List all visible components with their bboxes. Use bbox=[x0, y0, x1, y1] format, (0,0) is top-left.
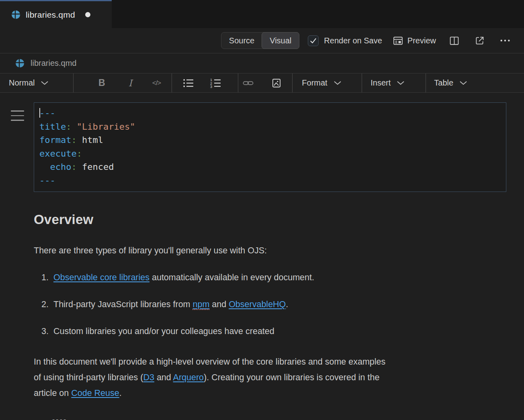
preview-label: Preview bbox=[407, 36, 436, 45]
bullet-list-button[interactable] bbox=[183, 78, 194, 88]
text-run: . bbox=[119, 388, 122, 398]
toolbar-separator bbox=[238, 73, 238, 92]
chevron-down-icon bbox=[397, 81, 405, 85]
toolbar-separator bbox=[292, 73, 293, 92]
toolbar-separator bbox=[426, 73, 426, 92]
closing-paragraph: In this document we'll provide a high-le… bbox=[34, 354, 500, 401]
list-number: 3. bbox=[41, 326, 49, 336]
text-run: ). Creating your own libraries is covere… bbox=[204, 373, 379, 382]
checkmark-icon bbox=[309, 37, 317, 45]
visual-editor-surface[interactable]: ---title: "Libraries"format: htmlexecute… bbox=[0, 93, 524, 420]
format-menu[interactable]: Format bbox=[302, 78, 352, 88]
italic-button[interactable]: I bbox=[129, 78, 132, 88]
format-menu-label: Format bbox=[302, 78, 327, 88]
numbered-list-button[interactable]: 1 2 3 bbox=[210, 78, 221, 88]
list-item: 2.Third-party JavaScript libraries from … bbox=[34, 299, 500, 310]
paragraph-style-dropdown[interactable]: Normal bbox=[9, 78, 73, 88]
doc-link[interactable]: ObservableHQ bbox=[229, 300, 286, 309]
text-run: . bbox=[286, 300, 288, 309]
code-token: echo bbox=[50, 162, 72, 172]
visual-mode-button[interactable]: Visual bbox=[262, 32, 299, 49]
visual-mode-label: Visual bbox=[270, 36, 291, 45]
ordered-list: 1.Observable core libraries automaticall… bbox=[34, 272, 500, 336]
text-run: Custom libraries you and/or your colleag… bbox=[53, 326, 274, 336]
svg-text:3: 3 bbox=[210, 85, 212, 88]
code-token: "Libraries" bbox=[77, 122, 135, 132]
code-line: execute: bbox=[39, 147, 499, 161]
text-run: automatically available in every documen… bbox=[149, 273, 314, 282]
source-visual-toggle: Source Visual bbox=[221, 32, 300, 49]
quarto-file-icon bbox=[11, 10, 20, 19]
list-number: 1. bbox=[41, 272, 49, 283]
yaml-front-matter-block[interactable]: ---title: "Libraries"format: htmlexecute… bbox=[34, 102, 506, 192]
text-run: and bbox=[209, 300, 229, 309]
code-token: format bbox=[39, 135, 71, 145]
chevron-down-icon bbox=[459, 81, 467, 85]
code-token: execute bbox=[39, 149, 77, 159]
split-editor-button[interactable] bbox=[449, 35, 460, 46]
editor-actions-bar: Source Visual Render on Save Preview bbox=[0, 28, 524, 53]
render-on-save-checkbox[interactable] bbox=[308, 35, 319, 46]
code-token bbox=[39, 162, 50, 172]
code-token: : bbox=[66, 122, 71, 132]
block-menu-icon[interactable] bbox=[11, 110, 24, 121]
breadcrumb: libraries.qmd bbox=[0, 53, 524, 73]
code-line: echo: fenced bbox=[39, 160, 499, 174]
quarto-file-icon bbox=[15, 59, 25, 68]
text-run: article on bbox=[34, 388, 71, 398]
chevron-down-icon bbox=[41, 81, 49, 85]
source-mode-button[interactable]: Source bbox=[221, 33, 262, 49]
more-actions-button[interactable] bbox=[499, 35, 511, 46]
table-menu[interactable]: Table bbox=[434, 78, 467, 88]
code-token: title bbox=[39, 122, 66, 132]
list-number: 2. bbox=[41, 299, 49, 310]
insert-menu[interactable]: Insert bbox=[370, 78, 416, 88]
doc-link[interactable]: npm bbox=[192, 300, 209, 310]
paragraph-line: article on Code Reuse. bbox=[34, 385, 500, 401]
section-heading-stdlib: Stdlib bbox=[34, 418, 500, 420]
toolbar-separator bbox=[73, 73, 74, 92]
unsaved-changes-dot[interactable] bbox=[85, 12, 90, 17]
intro-paragraph: There are three types of library you'll … bbox=[34, 245, 500, 256]
source-mode-label: Source bbox=[229, 36, 254, 45]
doc-link[interactable]: Code Reuse bbox=[71, 388, 119, 398]
text-run: of using third-party libraries ( bbox=[34, 373, 143, 382]
bullet-list-icon bbox=[183, 78, 194, 88]
doc-link[interactable]: Arquero bbox=[173, 373, 204, 382]
open-external-icon bbox=[475, 35, 485, 46]
code-line: format: html bbox=[39, 133, 499, 147]
doc-link[interactable]: Observable core libraries bbox=[53, 273, 149, 282]
link-icon bbox=[243, 78, 254, 88]
image-icon bbox=[271, 78, 282, 88]
breadcrumb-file-name[interactable]: libraries.qmd bbox=[31, 59, 76, 68]
numbered-list-icon: 1 2 3 bbox=[210, 78, 221, 88]
section-heading-overview: Overview bbox=[34, 212, 500, 227]
preview-icon bbox=[393, 35, 403, 46]
insert-menu-label: Insert bbox=[370, 78, 391, 88]
text-run: and bbox=[154, 373, 173, 382]
doc-link[interactable]: D3 bbox=[143, 373, 154, 382]
image-button[interactable] bbox=[271, 78, 282, 88]
code-token: : bbox=[71, 162, 76, 172]
bold-button[interactable]: B bbox=[98, 77, 105, 88]
code-token: : bbox=[77, 149, 82, 159]
code-token: --- bbox=[39, 175, 55, 186]
code-token bbox=[71, 122, 76, 132]
tab-title: libraries.qmd bbox=[26, 10, 75, 20]
code-token: --- bbox=[39, 108, 55, 118]
link-button[interactable] bbox=[243, 78, 254, 88]
text-run: In this document we'll provide a high-le… bbox=[34, 357, 385, 367]
ellipsis-icon bbox=[499, 35, 511, 46]
split-editor-icon bbox=[449, 35, 460, 46]
list-item: 1.Observable core libraries automaticall… bbox=[34, 272, 500, 283]
code-token: fenced bbox=[77, 162, 114, 172]
code-line: --- bbox=[39, 106, 499, 120]
render-on-save-label: Render on Save bbox=[324, 36, 382, 45]
code-button[interactable]: </> bbox=[152, 79, 161, 87]
preview-button[interactable]: Preview bbox=[393, 35, 436, 46]
paragraph-line: of using third-party libraries (D3 and A… bbox=[34, 370, 500, 385]
tab-libraries-qmd[interactable]: libraries.qmd bbox=[0, 0, 112, 28]
chevron-down-icon bbox=[334, 81, 342, 85]
paragraph-style-value: Normal bbox=[9, 78, 35, 88]
open-external-button[interactable] bbox=[475, 35, 485, 46]
